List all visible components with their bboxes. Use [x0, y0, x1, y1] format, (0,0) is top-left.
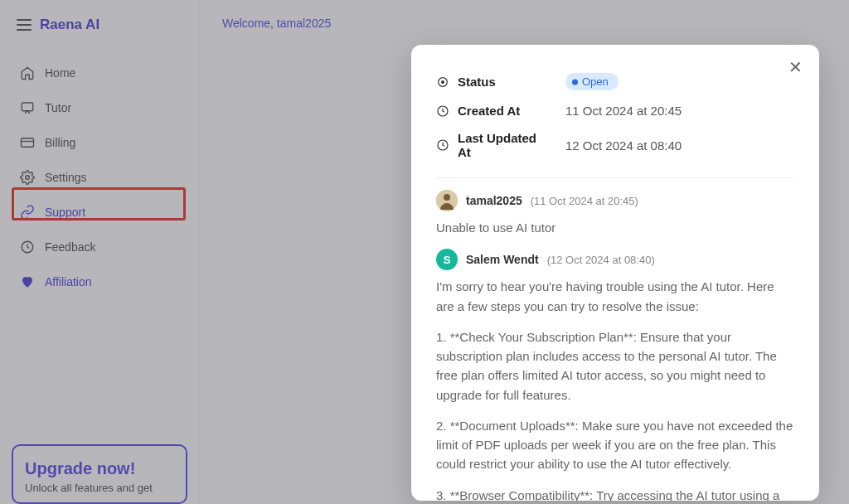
divider	[436, 177, 794, 178]
message-header: tamal2025 (11 Oct 2024 at 20:45)	[436, 190, 794, 211]
paragraph: I'm sorry to hear you're having trouble …	[436, 277, 794, 316]
avatar	[436, 190, 458, 211]
message-author: Salem Wendt	[466, 253, 539, 266]
message-body: I'm sorry to hear you're having trouble …	[436, 277, 794, 501]
message-body: Unable to use AI tutor	[436, 218, 794, 237]
message-time: (11 Oct 2024 at 20:45)	[531, 195, 638, 207]
paragraph: 3. **Browser Compatibility**: Try access…	[436, 486, 794, 502]
updated-value: 12 Oct 2024 at 08:40	[565, 138, 682, 153]
message-author: tamal2025	[466, 194, 522, 207]
meta-created: Created At 11 Oct 2024 at 20:45	[436, 97, 794, 124]
avatar: S	[436, 249, 458, 270]
meta-status: Status Open	[436, 66, 794, 97]
created-label: Created At	[458, 104, 549, 118]
clock-icon	[436, 104, 449, 118]
svg-point-9	[444, 194, 450, 201]
close-icon[interactable]: ✕	[784, 56, 806, 78]
svg-point-5	[442, 80, 444, 83]
status-label: Status	[458, 75, 549, 89]
message-header: S Salem Wendt (12 Oct 2024 at 08:40)	[436, 249, 794, 270]
paragraph: 2. **Document Uploads**: Make sure you h…	[436, 416, 794, 474]
message-time: (12 Oct 2024 at 08:40)	[547, 254, 655, 266]
clock-icon	[436, 138, 449, 152]
target-icon	[436, 75, 449, 89]
message-user: tamal2025 (11 Oct 2024 at 20:45) Unable …	[436, 190, 794, 237]
created-value: 11 Oct 2024 at 20:45	[565, 104, 682, 118]
meta-updated: Last Updated At 12 Oct 2024 at 08:40	[436, 124, 794, 166]
updated-label: Last Updated At	[458, 131, 549, 159]
message-agent: S Salem Wendt (12 Oct 2024 at 08:40) I'm…	[436, 249, 794, 501]
status-badge: Open	[565, 73, 619, 90]
ticket-modal: ✕ Status Open Created At 11 Oct 2024 at …	[411, 45, 819, 501]
paragraph: 1. **Check Your Subscription Plan**: Ens…	[436, 327, 794, 405]
